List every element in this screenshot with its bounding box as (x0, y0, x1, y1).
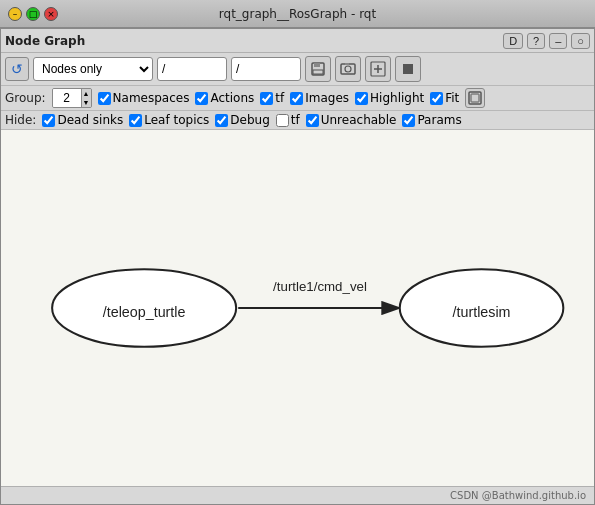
refresh-button[interactable]: ↺ (5, 57, 29, 81)
help-button[interactable]: D (503, 33, 523, 49)
tf2-checkbox[interactable] (276, 114, 289, 127)
fit-icon (468, 91, 482, 105)
node-turtlesim-label: /turtlesim (453, 304, 511, 320)
fit-icon-button[interactable] (465, 88, 485, 108)
save-button[interactable] (305, 56, 331, 82)
minimize-button[interactable]: – (8, 7, 22, 21)
svg-rect-1 (314, 63, 320, 67)
menubar: Node Graph D ? – ○ (1, 29, 594, 53)
undock-button[interactable]: – (549, 33, 567, 49)
window-title: rqt_graph__RosGraph - rqt (68, 7, 527, 21)
debug-checkbox-item[interactable]: Debug (215, 113, 269, 127)
dead-sinks-label: Dead sinks (57, 113, 123, 127)
namespaces-checkbox[interactable] (98, 92, 111, 105)
main-window: Node Graph D ? – ○ ↺ Nodes only Nodes/To… (0, 28, 595, 505)
svg-rect-2 (313, 70, 323, 74)
debug-label: Debug (230, 113, 269, 127)
toolbar3: Hide: Dead sinks Leaf topics Debug tf Un… (1, 111, 594, 130)
leaf-topics-checkbox-item[interactable]: Leaf topics (129, 113, 209, 127)
actions-checkbox[interactable] (195, 92, 208, 105)
leaf-topics-checkbox[interactable] (129, 114, 142, 127)
params-checkbox[interactable] (402, 114, 415, 127)
group-spinbox[interactable]: ▲ ▼ (52, 88, 92, 108)
node-graph: /teleop_turtle /turtle1/cmd_vel /turtles… (1, 130, 594, 486)
actions-label: Actions (210, 91, 254, 105)
params-checkbox-item[interactable]: Params (402, 113, 461, 127)
leaf-topics-label: Leaf topics (144, 113, 209, 127)
screenshot-button[interactable] (335, 56, 361, 82)
graph-area[interactable]: /teleop_turtle /turtle1/cmd_vel /turtles… (1, 130, 594, 486)
stop-button[interactable] (395, 56, 421, 82)
actions-checkbox-item[interactable]: Actions (195, 91, 254, 105)
params-label: Params (417, 113, 461, 127)
spinbox-arrows: ▲ ▼ (81, 89, 91, 107)
dead-sinks-checkbox-item[interactable]: Dead sinks (42, 113, 123, 127)
toolbar2: Group: ▲ ▼ Namespaces Actions tf Images … (1, 86, 594, 111)
group-spinbox-input[interactable] (53, 89, 81, 107)
images-label: Images (305, 91, 349, 105)
display-mode-dropdown[interactable]: Nodes only Nodes/Topics (all) Nodes/Topi… (33, 57, 153, 81)
highlight-label: Highlight (370, 91, 424, 105)
svg-rect-9 (403, 64, 413, 74)
unreachable-checkbox[interactable] (306, 114, 319, 127)
fit-label: Fit (445, 91, 459, 105)
zoom-button[interactable] (365, 56, 391, 82)
zoom-icon (370, 61, 386, 77)
footer: CSDN @Bathwind.github.io (1, 486, 594, 504)
namespaces-checkbox-item[interactable]: Namespaces (98, 91, 190, 105)
filter-input-1[interactable] (157, 57, 227, 81)
fit-checkbox[interactable] (430, 92, 443, 105)
node-teleop-turtle-label: /teleop_turtle (103, 304, 186, 320)
images-checkbox-item[interactable]: Images (290, 91, 349, 105)
fit-checkbox-item[interactable]: Fit (430, 91, 459, 105)
svg-rect-11 (471, 94, 479, 102)
svg-rect-5 (345, 63, 349, 65)
tf2-label: tf (291, 113, 300, 127)
hide-label: Hide: (5, 113, 36, 127)
edge-label: /turtle1/cmd_vel (273, 279, 367, 294)
tf-label: tf (275, 91, 284, 105)
svg-point-4 (345, 66, 351, 72)
spinbox-up[interactable]: ▲ (82, 89, 91, 98)
spinbox-down[interactable]: ▼ (82, 98, 91, 107)
highlight-checkbox-item[interactable]: Highlight (355, 91, 424, 105)
unreachable-label: Unreachable (321, 113, 397, 127)
filter-input-2[interactable] (231, 57, 301, 81)
menubar-right: D ? – ○ (503, 33, 590, 49)
refresh-icon: ↺ (11, 61, 23, 77)
screenshot-icon (340, 61, 356, 77)
tf-checkbox[interactable] (260, 92, 273, 105)
save-icon (310, 61, 326, 77)
unreachable-checkbox-item[interactable]: Unreachable (306, 113, 397, 127)
close-button[interactable]: × (44, 7, 58, 21)
close-plugin-button[interactable]: ○ (571, 33, 590, 49)
plugin-title: Node Graph (5, 34, 85, 48)
tf2-checkbox-item[interactable]: tf (276, 113, 300, 127)
titlebar: – □ × rqt_graph__RosGraph - rqt (0, 0, 595, 28)
debug-checkbox[interactable] (215, 114, 228, 127)
maximize-button[interactable]: □ (26, 7, 40, 21)
group-label: Group: (5, 91, 46, 105)
namespaces-label: Namespaces (113, 91, 190, 105)
stop-icon (400, 61, 416, 77)
tf-checkbox-item[interactable]: tf (260, 91, 284, 105)
footer-text: CSDN @Bathwind.github.io (450, 490, 586, 501)
toolbar1: ↺ Nodes only Nodes/Topics (all) Nodes/To… (1, 53, 594, 86)
help2-button[interactable]: ? (527, 33, 545, 49)
dead-sinks-checkbox[interactable] (42, 114, 55, 127)
highlight-checkbox[interactable] (355, 92, 368, 105)
images-checkbox[interactable] (290, 92, 303, 105)
